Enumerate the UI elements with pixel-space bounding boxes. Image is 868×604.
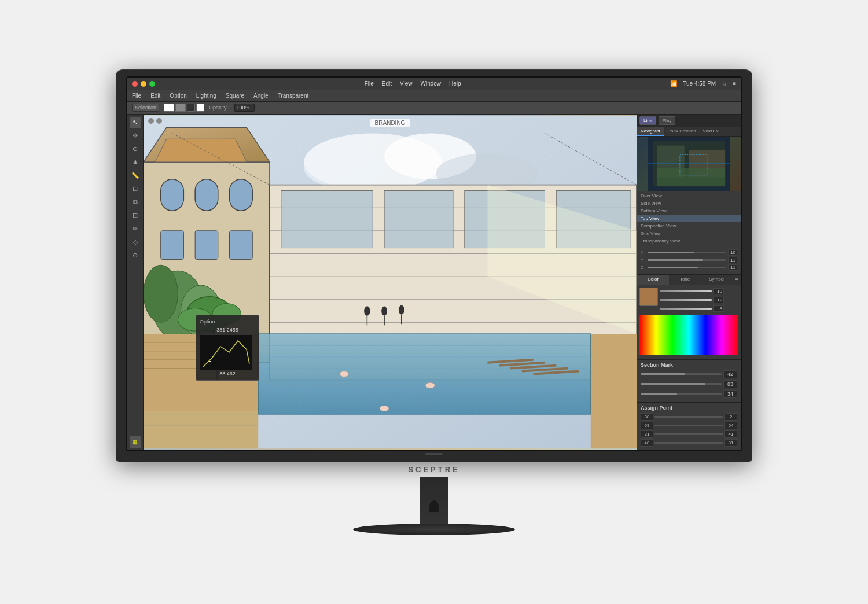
option-value2: 88.462 bbox=[200, 371, 255, 377]
tab-color[interactable]: Color bbox=[637, 275, 669, 285]
tone-value-2: 12 bbox=[713, 297, 724, 303]
canvas-btn-1[interactable] bbox=[148, 118, 154, 124]
svg-point-51 bbox=[425, 382, 435, 388]
nav-view-perspective[interactable]: Perspective View bbox=[637, 222, 741, 230]
macos-bar: File Edit View Window Help 📶 Tue 4:58 PM… bbox=[127, 78, 741, 90]
macos-right: 📶 Tue 4:58 PM ☆ ≡ bbox=[670, 80, 736, 87]
nav-view-overvew[interactable]: Over View bbox=[637, 192, 741, 200]
menu-window[interactable]: Window bbox=[420, 80, 441, 87]
tool-zoom[interactable]: ⊕ bbox=[130, 143, 141, 155]
color-wheel[interactable] bbox=[639, 315, 738, 355]
sm-slider-2[interactable] bbox=[641, 383, 722, 385]
star-icon: ☆ bbox=[722, 80, 727, 87]
menu-help[interactable]: Help bbox=[449, 80, 461, 87]
tone-value-1: 10 bbox=[713, 288, 724, 294]
tool-grid[interactable]: ⧉ bbox=[130, 197, 141, 208]
svg-point-15 bbox=[144, 265, 178, 322]
tool-transform[interactable]: ⊡ bbox=[130, 210, 141, 222]
tab-rank-position[interactable]: Rank Position bbox=[664, 127, 699, 136]
nav-view-topview[interactable]: Top View bbox=[637, 215, 741, 222]
menu-file[interactable]: File bbox=[365, 80, 374, 87]
monitor-screen: File Edit View Window Help 📶 Tue 4:58 PM… bbox=[126, 76, 742, 451]
svg-rect-25 bbox=[281, 190, 373, 248]
tone-slider-1[interactable] bbox=[660, 290, 712, 292]
app-menu-square[interactable]: Square bbox=[226, 93, 244, 99]
play-button[interactable]: Play bbox=[659, 116, 676, 125]
traffic-light-green[interactable] bbox=[149, 81, 155, 87]
monitor-bottom-bar bbox=[126, 451, 742, 457]
option-popup-title: Option bbox=[200, 319, 255, 325]
tool-select[interactable]: ⊞ bbox=[130, 183, 141, 195]
xyz-value-x: 10 bbox=[728, 249, 737, 256]
menu-view[interactable]: View bbox=[400, 80, 413, 87]
svg-rect-74 bbox=[209, 361, 211, 362]
app-menu-transparent[interactable]: Transparent bbox=[278, 93, 309, 99]
xyz-slider-z[interactable] bbox=[648, 267, 726, 268]
opacity-input[interactable] bbox=[234, 104, 255, 112]
tab-symbol[interactable]: Symbol bbox=[701, 275, 733, 285]
menu-edit[interactable]: Edit bbox=[382, 80, 392, 87]
monitor-frame: File Edit View Window Help 📶 Tue 4:58 PM… bbox=[116, 69, 752, 462]
right-panel: Link Play Navigator Rank Position Void E… bbox=[637, 115, 741, 450]
app-menu-file[interactable]: File bbox=[132, 93, 141, 99]
assign-point: Assign Point 38 2 69 54 21 bbox=[637, 403, 741, 450]
monitor-neck bbox=[420, 477, 448, 524]
tab-navigator[interactable]: Navigator bbox=[637, 127, 664, 136]
tone-value-3: 8 bbox=[713, 305, 724, 312]
nav-view-list: Over View Side View Bottom View Top View… bbox=[637, 191, 741, 246]
macos-menu: File Edit View Window Help bbox=[365, 80, 461, 87]
xyz-value-y: 11 bbox=[728, 257, 737, 263]
tone-row-1: 10 bbox=[660, 288, 724, 294]
tool-move[interactable]: ✥ bbox=[130, 130, 141, 142]
ap-right-3: 41 bbox=[724, 430, 737, 438]
tool-paint[interactable]: ✏ bbox=[130, 223, 141, 235]
opacity-label: Opacity : bbox=[209, 105, 230, 111]
color-swatch-main[interactable] bbox=[639, 288, 658, 306]
app-menu-angle[interactable]: Angle bbox=[253, 93, 269, 99]
section-mark: Section Mark 42 83 bbox=[637, 360, 741, 403]
section-mark-title: Section Mark bbox=[641, 362, 737, 368]
tool-cursor[interactable]: ↖ bbox=[130, 117, 141, 128]
link-play-bar: Link Play bbox=[637, 115, 741, 127]
xyz-label-x: X bbox=[641, 250, 645, 255]
traffic-light-red[interactable] bbox=[132, 81, 138, 87]
app-menu-edit[interactable]: Edit bbox=[150, 93, 160, 99]
ap-slider-4[interactable] bbox=[654, 442, 723, 444]
nav-view-bottomview[interactable]: Bottom View bbox=[637, 207, 741, 215]
nav-view-sideview[interactable]: Side View bbox=[637, 200, 741, 207]
xyz-slider-y[interactable] bbox=[648, 259, 726, 261]
traffic-light-yellow[interactable] bbox=[141, 81, 146, 87]
tool-layers[interactable]: ▦ bbox=[130, 436, 141, 448]
tool-shapes[interactable]: ◇ bbox=[130, 237, 141, 248]
toolbar-selection[interactable]: Selection bbox=[132, 104, 159, 112]
svg-rect-12 bbox=[195, 230, 218, 259]
svg-point-52 bbox=[380, 406, 389, 411]
svg-rect-9 bbox=[195, 179, 218, 210]
tone-slider-3[interactable] bbox=[660, 308, 712, 310]
nav-view-transparency[interactable]: Transparency View bbox=[637, 237, 741, 245]
sm-row-3: 34 bbox=[641, 390, 737, 398]
sm-slider-3[interactable] bbox=[641, 393, 722, 395]
ap-slider-1[interactable] bbox=[654, 416, 723, 418]
tool-person[interactable]: ♟ bbox=[130, 157, 141, 168]
link-button[interactable]: Link bbox=[639, 116, 656, 125]
ap-row-1: 38 2 bbox=[641, 413, 737, 421]
tool-measure[interactable]: 📏 bbox=[130, 170, 141, 182]
ap-right-4: 81 bbox=[724, 439, 737, 447]
traffic-lights bbox=[132, 81, 155, 87]
nav-view-grid[interactable]: Grid View bbox=[637, 230, 741, 237]
menu-icon[interactable]: ≡ bbox=[733, 80, 736, 87]
ap-slider-3[interactable] bbox=[654, 433, 723, 435]
tool-eyedrop[interactable]: ⊙ bbox=[130, 250, 141, 262]
canvas-btn-2[interactable] bbox=[156, 118, 162, 124]
tab-void-ex[interactable]: Void Ex bbox=[700, 127, 722, 136]
xyz-slider-x[interactable] bbox=[648, 252, 726, 253]
canvas-area[interactable]: BRANDING Option 381.2455 88.462 bbox=[144, 115, 637, 450]
color-panel-menu[interactable]: ≡ bbox=[733, 275, 741, 285]
sm-slider-1[interactable] bbox=[641, 373, 722, 375]
ap-slider-2[interactable] bbox=[654, 425, 723, 426]
app-menu-lighting[interactable]: Lighting bbox=[196, 93, 216, 99]
tab-tone[interactable]: Tone bbox=[669, 275, 701, 285]
app-menu-option[interactable]: Option bbox=[170, 93, 186, 99]
tone-slider-2[interactable] bbox=[660, 299, 712, 301]
